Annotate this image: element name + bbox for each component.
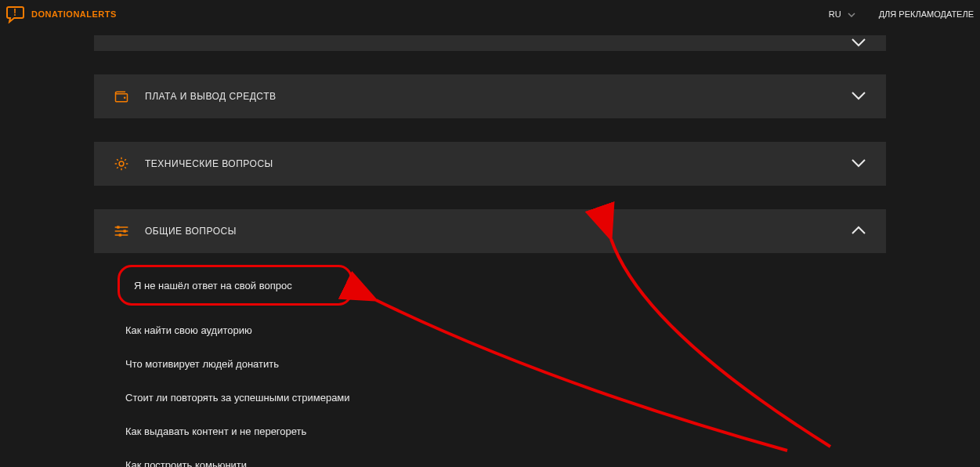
question-link: Как выдавать контент и не перегореть xyxy=(125,425,306,437)
sliders-icon xyxy=(114,223,129,239)
accordion-technical[interactable]: ТЕХНИЧЕСКИЕ ВОПРОСЫ xyxy=(94,142,886,186)
page-header: ! DONATIONALERTS RU ДЛЯ РЕКЛАМОДАТЕЛЕ xyxy=(0,0,980,27)
language-label: RU xyxy=(829,9,841,19)
list-item[interactable]: Как построить комьюнити xyxy=(118,448,862,467)
question-link: Я не нашёл ответ на свой вопрос xyxy=(134,280,292,291)
section-title: ПЛАТА И ВЫВОД СРЕДСТВ xyxy=(145,91,276,102)
chevron-up-icon xyxy=(851,224,866,238)
section-title: ОБЩИЕ ВОПРОСЫ xyxy=(145,226,237,237)
logo-wrapper[interactable]: ! DONATIONALERTS xyxy=(0,5,117,24)
svg-point-1 xyxy=(124,96,126,99)
brand-name: DONATIONALERTS xyxy=(31,9,117,19)
accordion-collapsed-top[interactable] xyxy=(94,35,886,51)
accordion-general[interactable]: ОБЩИЕ ВОПРОСЫ xyxy=(94,209,886,253)
chevron-down-icon xyxy=(848,9,855,19)
svg-rect-4 xyxy=(117,226,119,228)
wallet-icon xyxy=(114,89,129,104)
svg-text:!: ! xyxy=(13,7,16,18)
list-item[interactable]: Что мотивирует людей донатить xyxy=(118,347,862,381)
accordion-payments[interactable]: ПЛАТА И ВЫВОД СРЕДСТВ xyxy=(94,74,886,118)
list-item[interactable]: Как найти свою аудиторию xyxy=(118,313,862,347)
question-link: Как найти свою аудиторию xyxy=(125,324,252,336)
brand-logo-icon: ! xyxy=(6,5,25,24)
question-link: Что мотивирует людей донатить xyxy=(125,358,279,370)
chevron-down-icon xyxy=(851,157,866,171)
header-right: RU ДЛЯ РЕКЛАМОДАТЕЛЕ xyxy=(829,9,980,19)
svg-rect-6 xyxy=(124,230,126,232)
list-item-highlighted[interactable]: Я не нашёл ответ на свой вопрос xyxy=(118,265,353,306)
svg-point-2 xyxy=(119,161,124,166)
question-link: Стоит ли повторять за успешными стримера… xyxy=(125,392,350,404)
list-item[interactable]: Как выдавать контент и не перегореть xyxy=(118,415,862,448)
main-content: ПЛАТА И ВЫВОД СРЕДСТВ ТЕХНИЧЕСКИЕ ВОПРОС… xyxy=(0,27,980,467)
chevron-down-icon xyxy=(851,36,866,50)
advertiser-link[interactable]: ДЛЯ РЕКЛАМОДАТЕЛЕ xyxy=(879,9,974,19)
gear-icon xyxy=(114,156,129,172)
svg-rect-8 xyxy=(119,233,121,236)
question-link: Как построить комьюнити xyxy=(125,459,247,467)
section-title: ТЕХНИЧЕСКИЕ ВОПРОСЫ xyxy=(145,158,273,169)
chevron-down-icon xyxy=(851,89,866,103)
list-item[interactable]: Стоит ли повторять за успешными стримера… xyxy=(118,381,862,415)
language-selector[interactable]: RU xyxy=(829,9,855,19)
general-questions-list: Я не нашёл ответ на свой вопрос Как найт… xyxy=(94,253,886,467)
